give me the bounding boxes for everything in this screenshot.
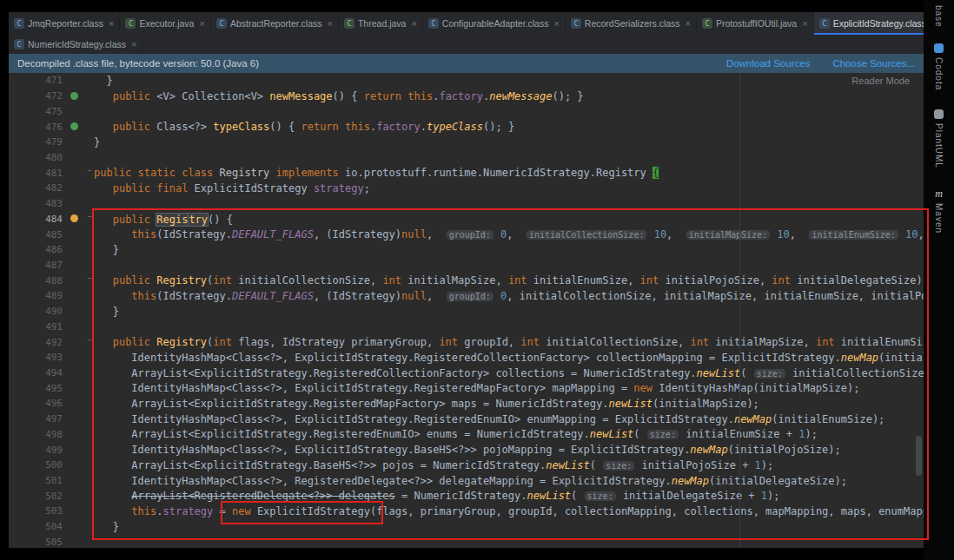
line-number: 472 bbox=[9, 90, 68, 102]
tab-close-icon[interactable]: × bbox=[109, 18, 114, 29]
code-text: public Class<?> typeClass() { return thi… bbox=[94, 121, 514, 133]
decompiler-banner: Decompiled .class file, bytecode version… bbox=[9, 54, 924, 73]
line-number: 489 bbox=[9, 290, 68, 301]
gutter: − bbox=[68, 273, 94, 288]
code-line: 482 public final ExplicitIdStrategy stra… bbox=[9, 181, 924, 196]
line-number: 480 bbox=[9, 152, 68, 163]
tool-stripe-label: Codota bbox=[934, 57, 944, 90]
tab-thread-java[interactable]: CThread.java× bbox=[339, 12, 423, 35]
gutter bbox=[68, 350, 94, 366]
gutter bbox=[68, 73, 94, 89]
line-number: 482 bbox=[9, 182, 68, 194]
implementing-method-icon[interactable] bbox=[70, 92, 78, 100]
line-number: 481 bbox=[9, 168, 68, 179]
gutter bbox=[68, 396, 94, 412]
gutter bbox=[68, 150, 94, 166]
gutter bbox=[68, 366, 94, 381]
line-number: 479 bbox=[9, 136, 68, 148]
tab-label: Executor.java bbox=[139, 18, 194, 29]
java-file-icon: C bbox=[702, 18, 712, 29]
gutter bbox=[68, 242, 94, 258]
codota-icon bbox=[934, 43, 944, 53]
gutter bbox=[68, 227, 94, 242]
line-number: 504 bbox=[9, 521, 68, 532]
tab-close-icon[interactable]: × bbox=[553, 18, 559, 29]
line-number: 488 bbox=[9, 275, 68, 287]
tab-close-icon[interactable]: × bbox=[131, 39, 136, 49]
line-number: 486 bbox=[9, 244, 68, 255]
tool-stripe-item-plantuml[interactable]: PlantUML bbox=[934, 109, 944, 168]
annotation-box-constructor-call bbox=[221, 501, 383, 524]
gutter bbox=[68, 535, 94, 548]
gutter: − bbox=[68, 334, 94, 350]
code-line: 481−public static class Registry impleme… bbox=[9, 165, 924, 181]
tool-stripe-item-base[interactable]: base bbox=[934, 5, 944, 28]
line-number: 487 bbox=[9, 260, 68, 271]
gutter bbox=[68, 380, 94, 396]
tool-stripe-label: Maven bbox=[934, 203, 944, 234]
code-text: public final ExplicitIdStrategy strategy… bbox=[94, 182, 370, 194]
gutter bbox=[68, 412, 94, 427]
tab-close-icon[interactable]: × bbox=[199, 18, 204, 29]
tab-close-icon[interactable]: × bbox=[802, 18, 807, 29]
fold-marker-icon[interactable]: − bbox=[88, 166, 92, 175]
gutter bbox=[68, 473, 94, 489]
line-number: 500 bbox=[9, 459, 68, 471]
line-number: 503 bbox=[9, 505, 68, 517]
code-line: 471 } bbox=[9, 73, 924, 89]
plantuml-icon bbox=[934, 109, 944, 119]
choose-sources-link[interactable]: Choose Sources... bbox=[832, 58, 915, 69]
line-number: 476 bbox=[9, 122, 68, 133]
tab-close-icon[interactable]: × bbox=[686, 18, 691, 29]
tool-stripe-item-maven[interactable]: mMaven bbox=[934, 189, 944, 234]
tab-close-icon[interactable]: × bbox=[411, 18, 416, 29]
class-file-icon: C bbox=[428, 18, 439, 29]
gutter bbox=[68, 304, 94, 320]
class-file-icon: C bbox=[14, 39, 24, 49]
gutter bbox=[68, 504, 94, 519]
tool-stripe-label: PlantUML bbox=[934, 123, 944, 168]
line-number: 492 bbox=[9, 337, 68, 348]
code-line: 472 public <V> Collection<V> newMessage(… bbox=[9, 89, 924, 104]
screenshot-root: CJmqReporter.class×CExecutor.java×CAbstr… bbox=[0, 0, 954, 560]
gutter bbox=[68, 427, 94, 443]
gutter bbox=[68, 103, 94, 119]
tool-stripe-label: base bbox=[934, 5, 944, 28]
tab-close-icon[interactable]: × bbox=[328, 18, 333, 29]
tab-explicitidstrategy-class[interactable]: CExplicitIdStrategy.class× bbox=[814, 12, 924, 35]
line-number: 495 bbox=[9, 383, 68, 394]
reader-mode-label[interactable]: Reader Mode bbox=[851, 76, 910, 86]
class-file-icon: C bbox=[819, 18, 830, 29]
tab-configurableadapter-class[interactable]: CConfigurableAdapter.class× bbox=[423, 12, 566, 35]
class-file-icon: C bbox=[14, 18, 24, 29]
tab-jmqreporter-class[interactable]: CJmqReporter.class× bbox=[9, 12, 120, 35]
gutter bbox=[68, 196, 94, 212]
gutter bbox=[68, 89, 94, 104]
line-number: 494 bbox=[9, 367, 68, 379]
download-sources-link[interactable]: Download Sources bbox=[726, 58, 811, 69]
gutter bbox=[68, 320, 94, 335]
tab-executor-java[interactable]: CExecutor.java× bbox=[120, 12, 210, 35]
implementing-method-icon[interactable] bbox=[70, 122, 78, 130]
line-number: 483 bbox=[9, 198, 68, 209]
tool-stripe-item-codota[interactable]: Codota bbox=[934, 43, 944, 90]
line-number: 498 bbox=[9, 429, 68, 440]
line-number: 505 bbox=[9, 537, 68, 548]
class-file-icon: C bbox=[216, 18, 227, 29]
line-number: 496 bbox=[9, 398, 68, 409]
code-line: 475 bbox=[9, 103, 924, 119]
gutter bbox=[68, 442, 94, 458]
tab-numericidstrategy-class[interactable]: CNumericIdStrategy.class× bbox=[9, 35, 142, 54]
gutter bbox=[68, 458, 94, 473]
gutter-marker-icon[interactable] bbox=[70, 214, 78, 222]
gutter bbox=[68, 288, 94, 304]
tab-abstractreporter-class[interactable]: CAbstractReporter.class× bbox=[211, 12, 339, 35]
gutter: − bbox=[68, 165, 94, 181]
line-number: 471 bbox=[9, 75, 68, 86]
tab-recordserializers-class[interactable]: CRecordSerializers.class× bbox=[566, 12, 697, 35]
gutter bbox=[68, 135, 94, 150]
annotation-box-main bbox=[92, 208, 929, 540]
class-file-icon: C bbox=[571, 18, 581, 29]
tab-protostuffioutil-java[interactable]: CProtostuffIOUtil.java× bbox=[697, 12, 814, 35]
line-number: 497 bbox=[9, 413, 68, 425]
